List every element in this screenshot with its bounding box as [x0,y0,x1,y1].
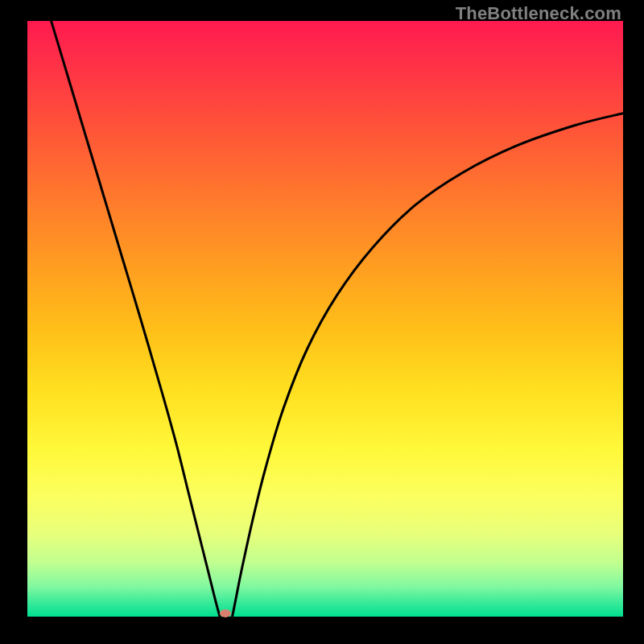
plot-bg [27,21,623,617]
watermark-text: TheBottleneck.com [456,3,621,24]
